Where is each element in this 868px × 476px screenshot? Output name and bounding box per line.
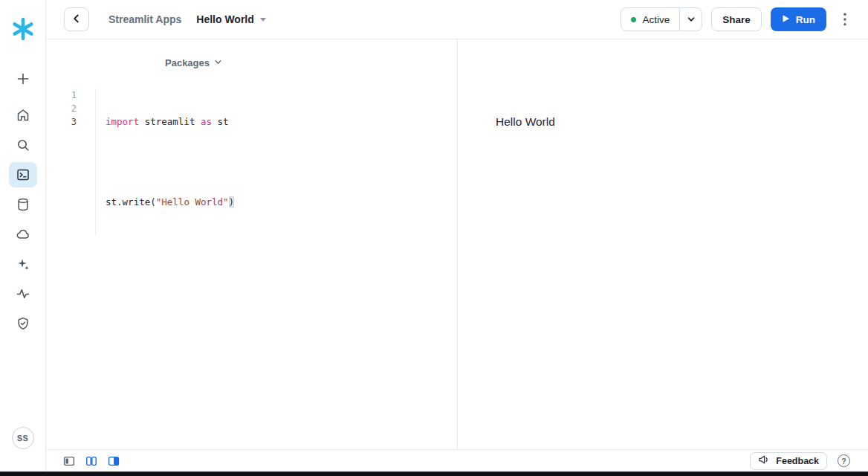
code-editor-panel: Packages 1 2 3 import streamlit as st st <box>46 39 458 449</box>
layout-preview-only-button[interactable] <box>108 455 120 467</box>
search-icon <box>16 138 30 152</box>
feedback-label: Feedback <box>776 456 819 466</box>
kebab-icon <box>843 13 846 26</box>
token-text: . <box>117 196 123 208</box>
token-paren: ) <box>229 196 235 208</box>
layout-editor-only-button[interactable] <box>63 455 75 467</box>
code-line-1: import streamlit as st <box>106 115 234 129</box>
token-keyword: as <box>201 116 212 127</box>
app-output-text: Hello World <box>496 115 868 129</box>
line-number: 1 <box>46 89 77 102</box>
token-paren: ( <box>150 196 156 208</box>
packages-dropdown[interactable]: Packages <box>165 57 222 68</box>
sidebar: SS <box>0 0 46 472</box>
code-editor[interactable]: 1 2 3 import streamlit as st st.write("H… <box>46 89 457 236</box>
layout-toggles <box>63 455 120 467</box>
sidebar-item-activity[interactable] <box>9 281 37 306</box>
plus-icon <box>16 72 30 86</box>
chevron-left-icon <box>71 13 82 26</box>
sidebar-item-marketplace[interactable] <box>9 222 37 247</box>
header-actions: Active Share Run <box>621 7 855 31</box>
app-title-menu[interactable]: Hello World <box>196 13 266 25</box>
feedback-button[interactable]: Feedback <box>750 452 827 470</box>
home-icon <box>16 108 30 123</box>
more-options-button[interactable] <box>835 7 855 31</box>
sidebar-item-data[interactable] <box>9 192 37 217</box>
code-line-3: st.write("Hello World") <box>106 196 234 209</box>
layout-split-view-button[interactable] <box>85 455 97 467</box>
status-dropdown-button[interactable] <box>679 8 702 30</box>
play-icon <box>782 14 790 25</box>
user-avatar[interactable]: SS <box>12 427 34 449</box>
sidebar-item-ai-ml[interactable] <box>9 251 37 277</box>
header: Streamlit Apps Hello World Active Share <box>46 0 868 39</box>
code-lines: import streamlit as st st.write("Hello W… <box>96 89 234 236</box>
token-text: streamlit <box>139 116 201 127</box>
split-view-icon <box>85 455 97 467</box>
status-badge[interactable]: Active <box>621 8 679 30</box>
pulse-icon <box>16 286 30 301</box>
sidebar-item-search[interactable] <box>9 132 37 158</box>
content-split: Packages 1 2 3 import streamlit as st st <box>46 39 868 449</box>
line-number: 3 <box>46 115 77 129</box>
panel-right-icon <box>108 455 120 467</box>
window-bottom-edge <box>0 472 868 476</box>
token-keyword: import <box>106 116 139 127</box>
packages-label: Packages <box>165 57 210 68</box>
sparkle-icon <box>16 257 30 271</box>
run-button[interactable]: Run <box>771 7 826 31</box>
back-button[interactable] <box>64 7 89 31</box>
page-title: Hello World <box>196 13 254 25</box>
token-text: st <box>106 196 117 208</box>
token-text: write <box>123 196 151 208</box>
sidebar-item-home[interactable] <box>9 103 37 128</box>
footer: Feedback ? <box>46 449 868 472</box>
panel-left-icon <box>63 455 75 467</box>
snowflake-logo[interactable] <box>10 16 36 45</box>
status-label: Active <box>642 14 670 25</box>
line-number: 2 <box>46 102 77 115</box>
megaphone-icon <box>758 454 771 468</box>
chevron-down-icon <box>260 18 266 22</box>
app-window: SS Streamlit Apps Hello World Active <box>0 0 868 472</box>
chevron-down-icon <box>214 57 222 68</box>
share-button[interactable]: Share <box>711 7 762 31</box>
chevron-down-icon <box>687 15 696 24</box>
sidebar-item-admin[interactable] <box>9 311 37 336</box>
active-dot-icon <box>631 17 636 22</box>
sidebar-item-projects[interactable] <box>9 162 37 187</box>
terminal-icon <box>16 167 30 182</box>
sidebar-item-create[interactable] <box>9 66 37 91</box>
status-control: Active <box>621 7 702 31</box>
footer-actions: Feedback ? <box>750 452 850 470</box>
breadcrumb[interactable]: Streamlit Apps <box>108 13 181 25</box>
database-icon <box>16 197 30 212</box>
line-number-gutter: 1 2 3 <box>46 89 96 236</box>
main-area: Streamlit Apps Hello World Active Share <box>46 0 868 472</box>
code-line-2 <box>106 155 234 169</box>
help-icon[interactable]: ? <box>838 454 850 467</box>
app-preview-panel: Hello World <box>458 39 868 449</box>
shield-check-icon <box>16 316 30 331</box>
cloud-icon <box>16 227 30 242</box>
run-label: Run <box>796 14 815 25</box>
token-string: "Hello World" <box>156 196 229 208</box>
token-text: st <box>212 116 229 127</box>
